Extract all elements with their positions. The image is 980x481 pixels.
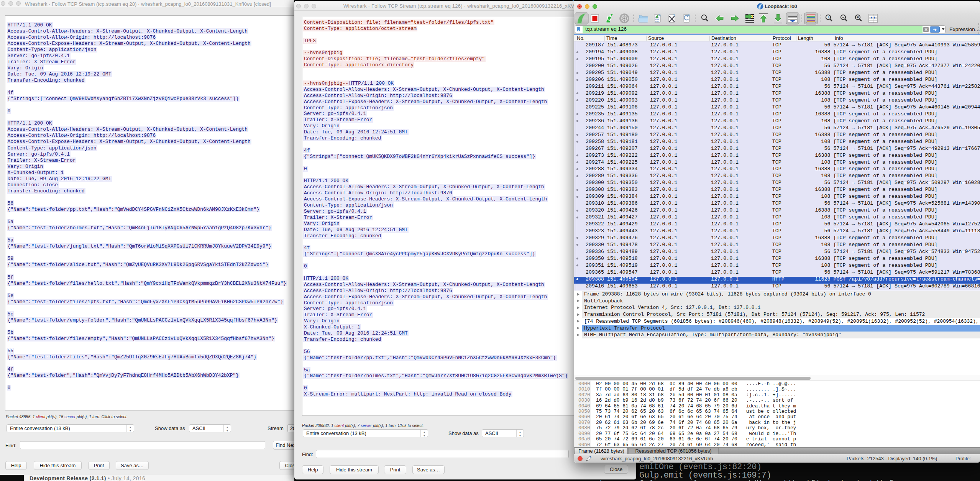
- svg-text:0101: 0101: [655, 20, 659, 22]
- svg-text:−: −: [842, 15, 844, 19]
- svg-text:+: +: [827, 15, 829, 19]
- svg-text:=: =: [857, 15, 859, 19]
